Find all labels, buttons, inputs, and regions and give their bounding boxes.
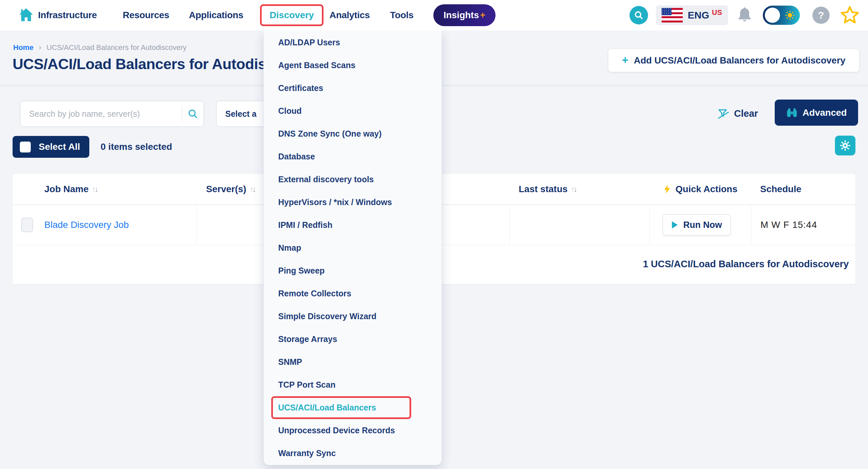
menu-item-ipmi-redfish[interactable]: IPMI / Redfish: [264, 214, 442, 237]
language-selector[interactable]: ENG US: [656, 5, 728, 25]
search-icon[interactable]: [629, 6, 648, 25]
top-nav: Infrastructure Resources Applications Di…: [0, 0, 868, 30]
breadcrumb-current: UCS/ACI/Load Balancers for Autodiscovery: [46, 43, 187, 52]
breadcrumb-home-link[interactable]: Home: [13, 43, 33, 52]
home-icon[interactable]: [18, 7, 34, 23]
cell-job-name: Blade Discovery Job: [12, 205, 196, 245]
menu-item-simple-discovery-wizard[interactable]: Simple Discovery Wizard: [264, 305, 442, 328]
add-button-label: Add UCS/ACI/Load Balancers for Autodisco…: [634, 55, 845, 66]
magnifier-icon[interactable]: [182, 108, 204, 120]
column-header-schedule: Schedule: [751, 184, 856, 194]
sort-icon: ↑↓: [571, 185, 578, 194]
advanced-button-label: Advanced: [803, 107, 847, 118]
row-checkbox[interactable]: [21, 218, 33, 232]
column-header-job-name[interactable]: Job Name ↑↓: [12, 184, 196, 194]
select-all-checkbox[interactable]: [20, 142, 31, 153]
advanced-search-button[interactable]: Advanced: [775, 99, 858, 126]
schedule-value: M W F 15:44: [751, 220, 817, 230]
sort-icon: ↑↓: [249, 185, 256, 194]
select-all-button[interactable]: Select All: [12, 136, 89, 158]
nav-item-applications[interactable]: Applications: [189, 0, 243, 30]
menu-item-cloud[interactable]: Cloud: [264, 99, 442, 122]
search-box: [20, 100, 204, 127]
select-all-label: Select All: [39, 142, 80, 152]
column-label: Quick Actions: [676, 184, 737, 194]
lightning-icon: [662, 184, 672, 194]
column-header-quick-actions: Quick Actions: [649, 184, 751, 194]
add-ucs-aci-load-balancers-button[interactable]: + Add UCS/ACI/Load Balancers for Autodis…: [608, 49, 859, 72]
star-icon[interactable]: [840, 5, 860, 26]
cell-last-status: [509, 205, 649, 245]
menu-item-ucs-aci-load-balancers[interactable]: UCS/ACI/Load Balancers: [264, 396, 442, 419]
menu-item-tcp-port-scan[interactable]: TCP Port Scan: [264, 373, 442, 396]
menu-item-ping-sweep[interactable]: Ping Sweep: [264, 259, 442, 282]
column-label: Schedule: [760, 184, 801, 194]
cell-schedule: M W F 15:44: [751, 205, 856, 245]
menu-item-dns-zone-sync[interactable]: DNS Zone Sync (One way): [264, 122, 442, 145]
nav-item-resources[interactable]: Resources: [123, 0, 169, 30]
nav-item-discovery-label: Discovery: [270, 10, 314, 21]
binoculars-icon: [786, 107, 798, 119]
discovery-dropdown-menu: AD/LDAP Users Agent Based Scans Certific…: [264, 30, 442, 465]
plus-icon: +: [622, 54, 628, 66]
run-now-button[interactable]: Run Now: [662, 214, 731, 236]
menu-item-nmap[interactable]: Nmap: [264, 237, 442, 259]
menu-item-unprocessed-device-records[interactable]: Unprocessed Device Records: [264, 419, 442, 442]
column-label: Last status: [519, 184, 568, 194]
help-icon[interactable]: ?: [812, 7, 830, 24]
clear-filter-icon: [717, 107, 730, 120]
us-flag-icon: [661, 8, 683, 23]
theme-toggle[interactable]: [763, 6, 800, 25]
gear-icon: [839, 139, 851, 152]
nav-item-infrastructure[interactable]: Infrastructure: [38, 0, 97, 30]
cell-quick-actions: Run Now: [649, 205, 751, 245]
nav-item-discovery[interactable]: Discovery: [260, 4, 323, 26]
table-settings-button[interactable]: [835, 135, 856, 155]
red-highlight-box: [271, 396, 411, 419]
language-region: US: [712, 8, 722, 17]
clear-filters-button[interactable]: Clear: [717, 100, 758, 127]
menu-item-warranty-sync[interactable]: Warranty Sync: [264, 442, 442, 465]
job-name-link[interactable]: Blade Discovery Job: [44, 220, 129, 230]
column-label: Job Name: [44, 184, 89, 194]
column-label: Server(s): [206, 184, 246, 194]
insights-plus-icon: +: [480, 10, 485, 21]
toggle-knob: [765, 8, 780, 23]
breadcrumb-separator: ›: [39, 43, 41, 52]
search-input[interactable]: [21, 109, 182, 119]
menu-item-database[interactable]: Database: [264, 145, 442, 168]
menu-item-hypervisors-nix-windows[interactable]: HyperVisors / *nix / Windows: [264, 191, 442, 214]
bell-icon[interactable]: [736, 6, 753, 25]
menu-item-storage-arrays[interactable]: Storage Arrays: [264, 328, 442, 351]
column-header-last-status[interactable]: Last status ↑↓: [509, 184, 649, 194]
menu-item-snmp[interactable]: SNMP: [264, 351, 442, 373]
menu-item-certificates[interactable]: Certificates: [264, 77, 442, 99]
play-icon: [672, 221, 678, 229]
breadcrumb: Home › UCS/ACI/Load Balancers for Autodi…: [13, 43, 187, 52]
items-selected-count: 0 items selected: [100, 136, 172, 158]
clear-button-label: Clear: [734, 108, 758, 119]
menu-item-ad-ldap-users[interactable]: AD/LDAP Users: [264, 31, 442, 54]
menu-item-external-discovery-tools[interactable]: External discovery tools: [264, 168, 442, 191]
table-footer-summary: 1 UCS/ACI/Load Balancers for Autodiscove…: [643, 259, 849, 270]
nav-item-tools[interactable]: Tools: [390, 0, 413, 30]
nav-item-analytics[interactable]: Analytics: [330, 0, 370, 30]
menu-item-agent-based-scans[interactable]: Agent Based Scans: [264, 54, 442, 77]
theme-toggle-sun-icon: [785, 10, 795, 21]
language-code: ENG: [688, 9, 709, 21]
insights-plus-button[interactable]: Insights +: [433, 4, 496, 26]
sort-icon: ↑↓: [92, 185, 99, 194]
run-now-label: Run Now: [683, 220, 722, 230]
insights-label: Insights: [443, 10, 479, 21]
menu-item-remote-collectors[interactable]: Remote Collectors: [264, 282, 442, 305]
